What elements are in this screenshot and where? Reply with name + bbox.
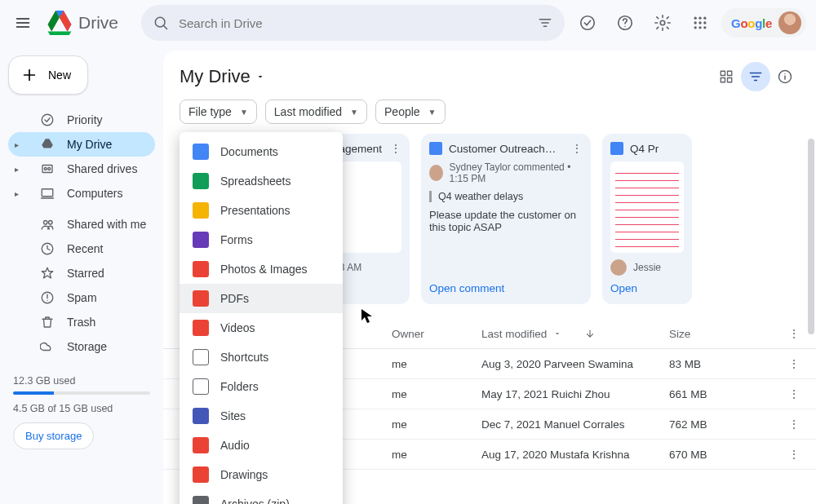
sidebar-item-recent[interactable]: Recent (8, 237, 155, 261)
col-modified[interactable]: Last modified (481, 328, 669, 340)
file-type-option-forms[interactable]: Forms (180, 225, 343, 254)
row-more-button[interactable]: ⋮ (767, 387, 800, 400)
file-type-menu[interactable]: DocumentsSpreadsheetsPresentationsFormsP… (180, 132, 343, 504)
sidebar-item-shared-with-me[interactable]: Shared with me (8, 212, 155, 237)
sidebar-item-starred[interactable]: Starred (8, 261, 155, 285)
location-title-text: My Drive (180, 66, 251, 87)
row-more-button[interactable]: ⋮ (767, 418, 800, 431)
sidebar-item-my-drive[interactable]: ▸My Drive (8, 132, 155, 157)
sidebar-item-computers[interactable]: ▸Computers (8, 181, 155, 206)
buy-storage-button[interactable]: Buy storage (13, 422, 94, 449)
comment-body: Please update the customer on this topic… (429, 209, 583, 233)
drive-logo[interactable]: Drive (46, 11, 118, 35)
svg-point-23 (47, 300, 47, 301)
location-title[interactable]: My Drive (180, 66, 265, 87)
file-type-option-videos[interactable]: Videos (180, 313, 343, 343)
svg-point-6 (698, 17, 701, 20)
file-type-icon (193, 144, 209, 160)
file-type-label: Audio (220, 439, 250, 452)
grid-view-button[interactable] (712, 62, 741, 91)
sidebar-item-storage[interactable]: Storage (8, 334, 155, 359)
chip-label: File type (188, 105, 232, 118)
file-type-option-folders[interactable]: Folders (180, 372, 343, 401)
trash-icon (39, 314, 55, 330)
storage-quota-text: 4.5 GB of 15 GB used (13, 403, 150, 414)
file-type-option-drawings[interactable]: Drawings (180, 460, 343, 489)
open-comment-link[interactable]: Open comment (429, 282, 583, 294)
filter-view-button[interactable] (741, 62, 770, 91)
new-button[interactable]: New (8, 55, 88, 95)
file-type-option-archives-zip-[interactable]: Archives (zip) (180, 489, 343, 504)
suggested-card[interactable]: Customer Outreach…⋮ Sydney Taylor commen… (421, 134, 591, 304)
row-size: 762 MB (669, 418, 767, 431)
svg-rect-18 (42, 189, 53, 197)
storage-bar (13, 391, 150, 395)
card-more-button[interactable]: ⋮ (571, 142, 583, 155)
file-type-option-spreadsheets[interactable]: Spreadsheets (180, 166, 343, 196)
user-avatar[interactable] (778, 11, 801, 34)
file-type-option-presentations[interactable]: Presentations (180, 196, 343, 225)
details-button[interactable] (770, 62, 800, 91)
starred-icon (39, 265, 55, 281)
filter-chip-file-type[interactable]: File type▼ (180, 99, 257, 124)
svg-point-12 (698, 26, 701, 29)
card-subtitle: Jessie (633, 262, 661, 273)
storage-summary: 12.3 GB used 4.5 GB of 15 GB used Buy st… (8, 375, 155, 449)
file-type-option-documents[interactable]: Documents (180, 137, 343, 166)
open-link[interactable]: Open (610, 282, 684, 294)
account-badge[interactable]: Google (721, 8, 806, 38)
file-type-option-photos-images[interactable]: Photos & Images (180, 254, 343, 284)
suggested-card[interactable]: Q4 Pr Jessie Open (602, 134, 692, 304)
file-type-option-audio[interactable]: Audio (180, 431, 343, 460)
ready-offline-button[interactable] (571, 7, 604, 39)
file-type-icon (193, 437, 209, 453)
svg-rect-27 (728, 78, 732, 82)
file-type-option-sites[interactable]: Sites (180, 401, 343, 431)
sidebar-item-shared-drives[interactable]: ▸Shared drives (8, 157, 155, 181)
row-modified: Aug 3, 2020 Parveen Swamina (481, 358, 669, 370)
sidebar-item-label: Computers (67, 187, 122, 200)
settings-button[interactable] (646, 7, 679, 39)
svg-point-11 (694, 26, 697, 29)
sidebar-item-trash[interactable]: Trash (8, 310, 155, 334)
row-size: 83 MB (669, 358, 767, 370)
main-menu-button[interactable] (7, 7, 39, 39)
search-bar[interactable] (141, 5, 565, 41)
row-more-button[interactable]: ⋮ (767, 448, 800, 461)
svg-point-16 (44, 168, 47, 170)
card-title: Q4 Pr (630, 143, 659, 155)
filter-icon (748, 69, 763, 84)
chevron-down-icon (553, 329, 561, 338)
apps-button[interactable] (684, 7, 716, 39)
col-owner[interactable]: Owner (392, 328, 481, 340)
file-type-icon (193, 261, 209, 277)
arrow-down-icon (584, 328, 596, 339)
filter-chip-last-modified[interactable]: Last modified▼ (265, 99, 367, 124)
col-size[interactable]: Size (669, 328, 767, 340)
spam-icon (39, 290, 55, 306)
search-options-icon[interactable] (537, 15, 553, 31)
file-type-icon (193, 408, 209, 424)
search-input[interactable] (179, 16, 527, 30)
scrollbar[interactable] (808, 139, 814, 334)
row-owner: me (392, 418, 481, 431)
file-type-icon (193, 349, 209, 365)
shared-with-me-icon (39, 216, 55, 232)
drive-icon (46, 11, 73, 35)
file-type-option-shortcuts[interactable]: Shortcuts (180, 343, 343, 372)
file-type-label: Photos & Images (220, 263, 308, 276)
sidebar-item-priority[interactable]: Priority (8, 108, 155, 132)
file-type-option-pdfs[interactable]: PDFs (180, 284, 343, 313)
file-type-label: Sites (220, 409, 246, 422)
table-header-more[interactable]: ⋮ (767, 327, 800, 340)
filter-chips: File type▼Last modified▼People▼ (163, 99, 816, 134)
card-more-button[interactable]: ⋮ (390, 142, 401, 155)
check-circle-icon (579, 14, 596, 32)
sidebar-item-spam[interactable]: Spam (8, 285, 155, 310)
drive-icon (39, 136, 55, 153)
row-more-button[interactable]: ⋮ (767, 357, 800, 370)
file-type-label: PDFs (220, 292, 249, 305)
filter-chip-people[interactable]: People▼ (375, 99, 446, 124)
help-button[interactable] (609, 7, 641, 39)
sidebar-item-label: Shared with me (67, 218, 146, 231)
